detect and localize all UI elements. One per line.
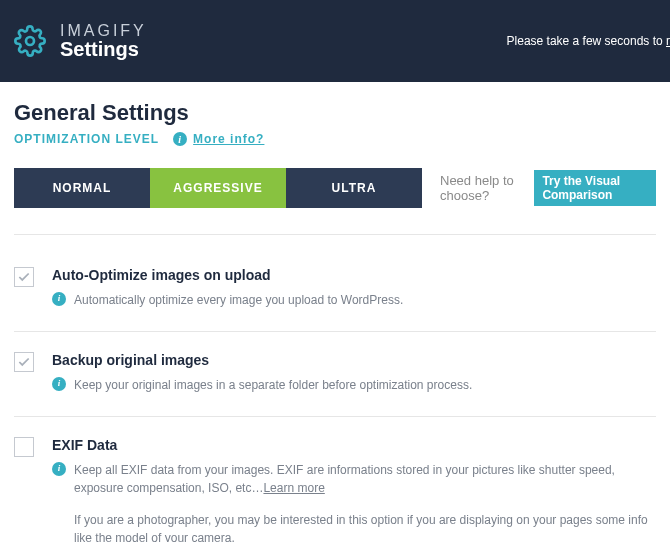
tab-normal[interactable]: NORMAL	[14, 168, 150, 208]
header-notice: Please take a few seconds to r	[507, 34, 670, 48]
check-icon	[17, 355, 31, 369]
option-exif: EXIF Data i Keep all EXIF data from your…	[14, 427, 656, 542]
option-title: Auto-Optimize images on upload	[52, 267, 656, 283]
info-icon: i	[52, 462, 66, 476]
tab-ultra[interactable]: ULTRA	[286, 168, 422, 208]
help-text: Need help to choose?	[440, 173, 528, 203]
checkbox-auto-optimize[interactable]	[14, 267, 34, 287]
tab-aggressive[interactable]: AGGRESSIVE	[150, 168, 286, 208]
visual-comparison-button[interactable]: Try the Visual Comparison	[534, 170, 656, 206]
checkbox-backup[interactable]	[14, 352, 34, 372]
notice-text: Please take a few seconds to	[507, 34, 666, 48]
learn-more-link[interactable]: Learn more	[263, 481, 324, 495]
level-row: NORMAL AGGRESSIVE ULTRA Need help to cho…	[14, 168, 656, 235]
page-title: General Settings	[14, 100, 656, 126]
option-desc: Automatically optimize every image you u…	[74, 291, 656, 309]
svg-point-0	[26, 37, 34, 45]
more-info-link[interactable]: More info?	[193, 132, 264, 146]
check-icon	[17, 270, 31, 284]
info-icon: i	[52, 292, 66, 306]
section-subhead: OPTIMIZATION LEVEL i More info?	[14, 132, 656, 146]
app-header: IMAGIFY Settings Please take a few secon…	[0, 0, 670, 82]
page-subtitle: Settings	[60, 38, 147, 61]
option-title: EXIF Data	[52, 437, 656, 453]
gear-icon	[14, 25, 46, 57]
checkbox-exif[interactable]	[14, 437, 34, 457]
notice-link[interactable]: r	[666, 34, 670, 48]
option-desc: Keep your original images in a separate …	[74, 376, 656, 394]
option-auto-optimize: Auto-Optimize images on upload i Automat…	[14, 257, 656, 332]
content-area: General Settings OPTIMIZATION LEVEL i Mo…	[0, 82, 670, 542]
info-icon: i	[173, 132, 187, 146]
subhead-label: OPTIMIZATION LEVEL	[14, 132, 159, 146]
level-tabs: NORMAL AGGRESSIVE ULTRA	[14, 168, 422, 208]
option-extra: If you are a photographer, you may be in…	[74, 511, 656, 542]
option-desc: Keep all EXIF data from your images. EXI…	[74, 461, 656, 497]
option-backup: Backup original images i Keep your origi…	[14, 342, 656, 417]
option-title: Backup original images	[52, 352, 656, 368]
info-icon: i	[52, 377, 66, 391]
brand-block: IMAGIFY Settings	[60, 22, 147, 61]
